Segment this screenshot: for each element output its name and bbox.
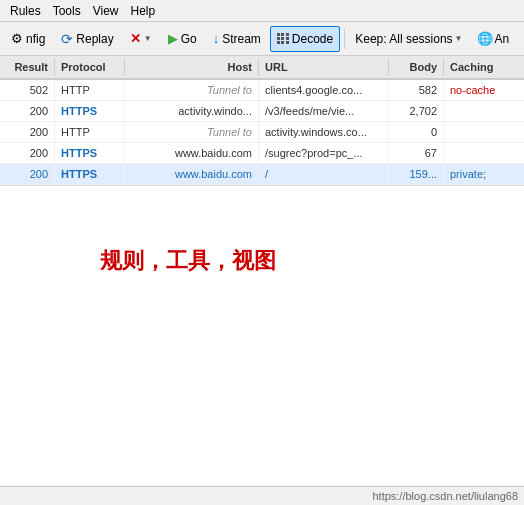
- stream-icon: ↓: [213, 31, 220, 46]
- replay-label: Replay: [76, 32, 113, 46]
- replay-button[interactable]: ⟳ Replay: [54, 26, 120, 52]
- toolbar: ⚙ nfig ⟳ Replay ✕ ▼ ▶ Go ↓ Stream Dec: [0, 22, 524, 56]
- row3-caching: [444, 143, 524, 163]
- row4-result: 200: [0, 164, 55, 184]
- row1-url: /v3/feeds/me/vie...: [259, 101, 389, 121]
- x-chevron-icon: ▼: [144, 34, 152, 43]
- menu-rules[interactable]: Rules: [4, 2, 47, 20]
- row2-body: 0: [389, 122, 444, 142]
- separator-1: [344, 29, 345, 49]
- keep-chevron-icon: ▼: [455, 34, 463, 43]
- remove-button[interactable]: ✕ ▼: [123, 26, 159, 52]
- watermark: 规则，工具，视图: [100, 246, 276, 276]
- row2-result: 200: [0, 122, 55, 142]
- decode-button[interactable]: Decode: [270, 26, 340, 52]
- row1-result: 200: [0, 101, 55, 121]
- row3-body: 67: [389, 143, 444, 163]
- an-dropdown[interactable]: 🌐 An: [471, 26, 516, 52]
- row1-host: activity.windo...: [125, 101, 259, 121]
- main-content: 规则，工具，视图: [0, 186, 524, 485]
- row2-caching: [444, 122, 524, 142]
- row0-body: 582: [389, 80, 444, 100]
- menu-view[interactable]: View: [87, 2, 125, 20]
- col-result: Result: [0, 58, 55, 76]
- row1-caching: [444, 101, 524, 121]
- row3-protocol: HTTPS: [55, 143, 125, 163]
- row0-caching: no-cache: [444, 80, 524, 100]
- table-row[interactable]: 200 HTTPS www.baidu.com / 159... private…: [0, 164, 524, 185]
- row2-host: Tunnel to: [125, 122, 259, 142]
- row0-host: Tunnel to: [125, 80, 259, 100]
- stream-button[interactable]: ↓ Stream: [206, 26, 268, 52]
- row4-caching: private;: [444, 164, 524, 184]
- col-body: Body: [389, 58, 444, 76]
- row4-body: 159...: [389, 164, 444, 184]
- row4-url: /: [259, 164, 389, 184]
- keep-sessions-dropdown[interactable]: Keep: All sessions ▼: [349, 26, 468, 52]
- config-button[interactable]: ⚙ nfig: [4, 26, 52, 52]
- table-row[interactable]: 502 HTTP Tunnel to clients4.google.co...…: [0, 80, 524, 101]
- stream-label: Stream: [222, 32, 261, 46]
- table-row[interactable]: 200 HTTPS activity.windo... /v3/feeds/me…: [0, 101, 524, 122]
- menu-bar: Rules Tools View Help: [0, 0, 524, 22]
- replay-icon: ⟳: [61, 31, 73, 47]
- table-row[interactable]: 200 HTTP Tunnel to activity.windows.co..…: [0, 122, 524, 143]
- table-header: Result Protocol Host URL Body Caching: [0, 56, 524, 80]
- decode-grid-icon: [277, 33, 289, 45]
- row2-url: activity.windows.co...: [259, 122, 389, 142]
- config-icon: ⚙: [11, 31, 23, 46]
- row3-host: www.baidu.com: [125, 143, 259, 163]
- row4-host: www.baidu.com: [125, 164, 259, 184]
- col-protocol: Protocol: [55, 58, 125, 76]
- globe-icon: 🌐: [477, 31, 493, 46]
- row1-protocol: HTTPS: [55, 101, 125, 121]
- go-label: Go: [181, 32, 197, 46]
- row2-protocol: HTTP: [55, 122, 125, 142]
- status-bar: https://blog.csdn.net/liulang68: [0, 486, 524, 505]
- menu-tools[interactable]: Tools: [47, 2, 87, 20]
- table-row[interactable]: 200 HTTPS www.baidu.com /sugrec?prod=pc_…: [0, 143, 524, 164]
- an-label: An: [495, 32, 510, 46]
- go-button[interactable]: ▶ Go: [161, 26, 204, 52]
- row0-url: clients4.google.co...: [259, 80, 389, 100]
- menu-help[interactable]: Help: [125, 2, 162, 20]
- row0-protocol: HTTP: [55, 80, 125, 100]
- row3-result: 200: [0, 143, 55, 163]
- col-caching: Caching: [444, 58, 524, 76]
- status-url: https://blog.csdn.net/liulang68: [372, 490, 518, 502]
- keep-label: Keep: All sessions: [355, 32, 452, 46]
- x-icon: ✕: [130, 31, 141, 46]
- row0-result: 502: [0, 80, 55, 100]
- col-host: Host: [125, 58, 259, 76]
- arrow-right-icon: ▶: [168, 31, 178, 46]
- row1-body: 2,702: [389, 101, 444, 121]
- config-label: nfig: [26, 32, 45, 46]
- decode-label: Decode: [292, 32, 333, 46]
- sessions-table: Result Protocol Host URL Body Caching 50…: [0, 56, 524, 186]
- row4-protocol: HTTPS: [55, 164, 125, 184]
- row3-url: /sugrec?prod=pc_...: [259, 143, 389, 163]
- col-url: URL: [259, 58, 389, 76]
